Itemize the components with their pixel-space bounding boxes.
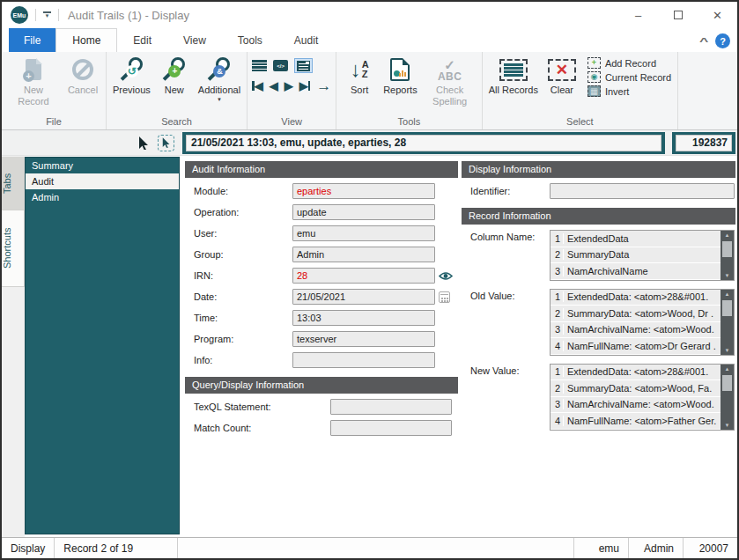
cancel-button[interactable]: Cancel	[63, 53, 103, 96]
scroll-thumb[interactable]	[722, 300, 732, 316]
field-row-irn: IRN: 28	[185, 268, 458, 284]
tab-tools[interactable]: Tools	[222, 28, 278, 52]
scroll-thumb[interactable]	[722, 241, 732, 257]
field-row-info: Info:	[185, 352, 458, 368]
group-field[interactable]: Admin	[292, 247, 435, 262]
chevron-down-icon: ▼	[217, 97, 222, 102]
new-value-list[interactable]: 1ExtendedData: <atom>28&#001.2SummaryDat…	[550, 364, 735, 431]
ribbon-group-tools: ↓AZ Sort Reports ✓ABC Check Spelling	[336, 52, 483, 129]
time-field[interactable]: 13:03	[292, 310, 435, 326]
select-add-record-button[interactable]: + Add Record	[588, 57, 671, 69]
scrollbar[interactable]: ▲▼	[721, 290, 734, 355]
program-field[interactable]: texserver	[292, 331, 435, 347]
date-field[interactable]: 21/05/2021	[292, 289, 435, 305]
sidebar-item-audit[interactable]: Audit	[26, 173, 179, 189]
sidebar-item-summary[interactable]: Summary	[26, 158, 179, 173]
first-record-icon[interactable]: ◀	[252, 80, 263, 92]
sidebar-tab-tabs[interactable]: Tabs	[2, 157, 25, 210]
goto-record-icon[interactable]: →	[316, 78, 331, 93]
list-item[interactable]: 3NamArchivalName: <atom>Wood.	[551, 397, 721, 414]
minimize-button[interactable]: –	[618, 2, 658, 28]
list-item[interactable]: 2SummaryData: <atom>Wood, Dr .	[551, 306, 721, 322]
select-all-records-button[interactable]: All Records	[485, 53, 542, 96]
select-invert-button[interactable]: ▦ Invert	[588, 85, 671, 97]
old-value-list[interactable]: 1ExtendedData: <atom>28&#001.2SummaryDat…	[550, 289, 735, 356]
field-row-identifier: Identifier:	[462, 183, 735, 199]
scrollbar[interactable]: ▲▼	[721, 365, 734, 430]
field-row-new-value: New Value: 1ExtendedData: <atom>28&#001.…	[462, 364, 735, 431]
tab-file[interactable]: File	[9, 28, 55, 52]
select-current-record-button[interactable]: ◉ Current Record	[588, 71, 671, 83]
irn-field[interactable]: 28	[292, 268, 435, 284]
search-additional-button[interactable]: & Additional ▼	[195, 53, 244, 102]
field-row-group: Group: Admin	[185, 247, 458, 262]
detail-view-icon[interactable]	[294, 58, 313, 73]
search-previous-button[interactable]: ↺ Previous	[109, 53, 154, 96]
sidebar-tab-shortcuts[interactable]: Shortcuts	[2, 210, 25, 287]
collapse-ribbon-icon[interactable]: ^	[699, 36, 708, 47]
code-view-icon[interactable]: </>	[273, 60, 288, 71]
match-count-field[interactable]	[330, 420, 452, 436]
identifier-field[interactable]	[550, 183, 735, 199]
scroll-down-icon[interactable]: ▼	[725, 346, 730, 355]
status-bar: Display Record 2 of 19 emu Admin 20007	[2, 537, 737, 558]
list-item[interactable]: 2SummaryData	[551, 247, 721, 264]
main-area: Tabs Shortcuts Summary Audit Admin Audit…	[2, 156, 737, 537]
list-item[interactable]: 2SummaryData: <atom>Wood, Fa.	[551, 380, 721, 397]
scroll-down-icon[interactable]: ▼	[725, 421, 730, 430]
next-record-icon[interactable]: ▶	[285, 80, 293, 92]
new-record-button[interactable]: + New Record	[4, 53, 63, 107]
record-summary-field[interactable]: 21/05/2021 13:03, emu, update, eparties,…	[186, 135, 661, 151]
search-new-icon: +	[162, 56, 186, 83]
module-field[interactable]: eparties	[292, 183, 435, 199]
sort-button[interactable]: ↓AZ Sort	[339, 53, 380, 96]
record-count-field: 192837	[676, 135, 732, 151]
new-record-icon: +	[26, 56, 41, 83]
list-item[interactable]: 4NamFullName: <atom>Dr Gerard .	[551, 338, 721, 355]
reports-button[interactable]: Reports	[380, 53, 421, 96]
calendar-icon[interactable]	[439, 291, 450, 303]
sidebar-item-admin[interactable]: Admin	[26, 189, 179, 205]
search-new-button[interactable]: + New	[154, 53, 195, 96]
operation-field[interactable]: update	[292, 204, 435, 220]
field-row-date: Date: 21/05/2021	[185, 289, 458, 305]
list-item[interactable]: 3NamArchivalName	[551, 263, 721, 280]
column-name-list[interactable]: 1ExtendedData2SummaryData3NamArchivalNam…	[550, 230, 735, 281]
quick-access-dropdown-icon[interactable]: ▼	[43, 11, 51, 18]
help-icon[interactable]: ?	[715, 33, 730, 48]
select-clear-button[interactable]: ✕ Clear	[542, 53, 582, 96]
list-view-icon[interactable]	[252, 60, 267, 71]
divider	[35, 9, 36, 21]
list-item[interactable]: 3NamArchivalName: <atom>Wood.	[551, 322, 721, 339]
check-spelling-button[interactable]: ✓ABC Check Spelling	[421, 53, 479, 107]
list-item[interactable]: 1ExtendedData	[551, 231, 721, 247]
field-row-time: Time: 13:03	[185, 310, 458, 326]
list-item[interactable]: 1ExtendedData: <atom>28&#001.	[551, 290, 721, 306]
app-window: EMu ▼ Audit Trails (1) - Display – ✕ Fil…	[0, 0, 739, 560]
scroll-up-icon[interactable]: ▲	[725, 365, 730, 373]
status-mode: Display	[2, 538, 55, 558]
maximize-button[interactable]	[658, 2, 698, 28]
app-logo-icon: EMu	[11, 6, 28, 24]
eye-icon[interactable]	[439, 271, 453, 281]
scrollbar[interactable]: ▲▼	[721, 231, 734, 280]
scroll-down-icon[interactable]: ▼	[725, 271, 730, 280]
close-button[interactable]: ✕	[698, 2, 737, 28]
tab-edit[interactable]: Edit	[117, 28, 167, 52]
field-row-texql: TexQL Statement:	[185, 399, 458, 415]
select-pointer-icon[interactable]	[158, 135, 174, 151]
ribbon-group-search: ↺ Previous + New & Additional ▼	[107, 52, 248, 129]
texql-statement-field[interactable]	[330, 399, 452, 415]
tab-home[interactable]: Home	[55, 28, 117, 52]
tab-audit[interactable]: Audit	[278, 28, 334, 52]
tab-view[interactable]: View	[167, 28, 222, 52]
scroll-up-icon[interactable]: ▲	[725, 290, 730, 298]
list-item[interactable]: 4NamFullName: <atom>Father Ger.	[551, 413, 721, 430]
scroll-up-icon[interactable]: ▲	[725, 231, 730, 239]
info-field[interactable]	[292, 352, 435, 368]
last-record-icon[interactable]: ▶	[299, 80, 311, 92]
list-item[interactable]: 1ExtendedData: <atom>28&#001.	[551, 365, 721, 381]
scroll-thumb[interactable]	[722, 375, 732, 391]
user-field[interactable]: emu	[292, 225, 435, 241]
previous-record-icon[interactable]: ◀	[270, 80, 278, 92]
